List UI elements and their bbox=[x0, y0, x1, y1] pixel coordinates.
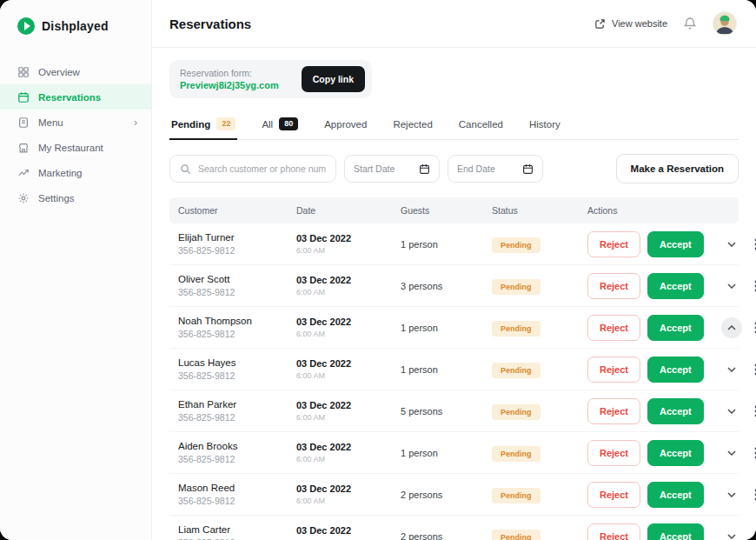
accept-button[interactable]: Accept bbox=[647, 273, 704, 299]
row-menu-button[interactable] bbox=[747, 443, 756, 463]
row-menu-button[interactable] bbox=[747, 317, 756, 338]
reject-button[interactable]: Reject bbox=[587, 273, 640, 299]
chevron-down-icon bbox=[727, 242, 736, 247]
tab-label: Pending bbox=[171, 119, 210, 130]
sidebar-item-reservations[interactable]: Reservations bbox=[0, 84, 151, 110]
reject-button[interactable]: Reject bbox=[587, 482, 640, 508]
row-menu-button[interactable] bbox=[747, 276, 756, 297]
customer-cell: Elijah Turner 356-825-9812 bbox=[178, 232, 296, 256]
reject-button[interactable]: Reject bbox=[587, 398, 640, 424]
customer-name: Elijah Turner bbox=[178, 232, 296, 243]
expand-button[interactable] bbox=[721, 526, 742, 540]
expand-button[interactable] bbox=[721, 359, 742, 380]
column-header-date: Date bbox=[296, 205, 401, 216]
brand-name: Dishplayed bbox=[42, 19, 109, 33]
sidebar-item-menu[interactable]: Menu › bbox=[0, 110, 151, 135]
customer-cell: Oliver Scott 356-825-9812 bbox=[178, 274, 296, 297]
sidebar-item-settings[interactable]: Settings bbox=[0, 185, 151, 210]
make-reservation-button[interactable]: Make a Reservation bbox=[616, 154, 739, 183]
actions-cell: Reject Accept bbox=[587, 482, 756, 508]
customer-cell: Aiden Brooks 356-825-9812 bbox=[178, 441, 296, 464]
view-website-link[interactable]: View website bbox=[594, 18, 667, 30]
accept-button[interactable]: Accept bbox=[647, 523, 704, 540]
customer-phone: 356-825-9812 bbox=[178, 329, 296, 339]
guests-count: 1 person bbox=[401, 364, 492, 375]
accept-button[interactable]: Accept bbox=[647, 398, 704, 424]
end-date-input[interactable] bbox=[457, 163, 517, 174]
tab-rejected[interactable]: Rejected bbox=[391, 110, 434, 139]
row-menu-button[interactable] bbox=[747, 401, 756, 422]
expand-button[interactable] bbox=[721, 401, 742, 422]
tab-pending[interactable]: Pending 22 bbox=[169, 110, 237, 139]
table-row: Lucas Hayes 356-825-9812 03 Dec 2022 6:0… bbox=[169, 349, 739, 390]
reservation-time: 6:00 AM bbox=[296, 288, 401, 297]
tab-all[interactable]: All 80 bbox=[260, 110, 300, 139]
expand-button[interactable] bbox=[721, 276, 742, 297]
customer-cell: Mason Reed 356-825-9812 bbox=[178, 483, 296, 506]
customer-phone: 356-825-9812 bbox=[178, 245, 296, 256]
expand-button[interactable] bbox=[721, 443, 742, 463]
sidebar-item-marketing[interactable]: Marketing bbox=[0, 160, 151, 185]
topbar-actions: View website bbox=[594, 11, 737, 36]
reject-button[interactable]: Reject bbox=[587, 523, 640, 540]
row-menu-button[interactable] bbox=[747, 234, 756, 255]
chevron-down-icon bbox=[727, 367, 736, 372]
actions-cell: Reject Accept bbox=[587, 398, 756, 424]
date-cell: 03 Dec 2022 6:00 AM bbox=[296, 400, 401, 422]
chevron-down-icon bbox=[727, 409, 736, 414]
sidebar-item-overview[interactable]: Overview bbox=[0, 59, 151, 84]
customer-name: Noah Thompson bbox=[178, 316, 296, 326]
customer-name: Mason Reed bbox=[178, 483, 296, 493]
column-header-status: Status bbox=[492, 205, 587, 216]
actions-cell: Reject Accept bbox=[587, 523, 756, 540]
expand-button[interactable] bbox=[721, 317, 742, 338]
accept-button[interactable]: Accept bbox=[647, 440, 704, 466]
reject-button[interactable]: Reject bbox=[587, 440, 640, 466]
tab-label: All bbox=[262, 119, 273, 130]
main-area: Reservations View website Reservation fo… bbox=[152, 0, 756, 540]
customer-name: Oliver Scott bbox=[178, 274, 296, 284]
tab-all-badge: 80 bbox=[279, 117, 298, 130]
start-date-input[interactable] bbox=[354, 163, 414, 174]
reservation-date: 03 Dec 2022 bbox=[296, 275, 401, 285]
sidebar-item-label: Menu bbox=[38, 117, 63, 128]
row-menu-button[interactable] bbox=[747, 359, 756, 380]
reservation-time: 6:00 AM bbox=[296, 455, 401, 463]
tab-label: Approved bbox=[324, 119, 367, 130]
row-menu-button[interactable] bbox=[747, 526, 756, 540]
avatar[interactable] bbox=[713, 11, 737, 36]
tab-cancelled[interactable]: Cancelled bbox=[457, 110, 505, 139]
accept-button[interactable]: Accept bbox=[647, 231, 704, 257]
guests-count: 1 person bbox=[401, 448, 492, 458]
accept-button[interactable]: Accept bbox=[647, 482, 704, 508]
tab-history[interactable]: History bbox=[527, 110, 562, 139]
accept-button[interactable]: Accept bbox=[647, 357, 704, 383]
tab-approved[interactable]: Approved bbox=[322, 110, 368, 139]
notifications-button[interactable] bbox=[683, 17, 697, 30]
overview-icon bbox=[17, 66, 30, 78]
table-header: Customer Date Guests Status Actions bbox=[169, 197, 739, 223]
guests-count: 2 persons bbox=[401, 490, 492, 500]
reservation-date: 03 Dec 2022 bbox=[296, 483, 401, 494]
search-input[interactable] bbox=[198, 163, 326, 174]
status-cell: Pending bbox=[492, 361, 587, 378]
reservation-date: 03 Dec 2022 bbox=[296, 358, 401, 369]
customer-phone: 356-825-9812 bbox=[178, 370, 296, 381]
search-box[interactable] bbox=[169, 155, 336, 183]
reservation-form-banner: Reservation form: Previewj8i2j35yg.com C… bbox=[169, 60, 372, 98]
expand-button[interactable] bbox=[721, 484, 742, 505]
reject-button[interactable]: Reject bbox=[587, 231, 640, 257]
reject-button[interactable]: Reject bbox=[587, 357, 640, 383]
accept-button[interactable]: Accept bbox=[647, 315, 704, 341]
marketing-icon bbox=[17, 167, 30, 179]
copy-link-button[interactable]: Copy link bbox=[302, 66, 365, 92]
start-date-box[interactable] bbox=[344, 155, 440, 183]
reservations-table-body: Elijah Turner 356-825-9812 03 Dec 2022 6… bbox=[169, 223, 739, 540]
end-date-box[interactable] bbox=[448, 155, 543, 183]
expand-button[interactable] bbox=[721, 234, 742, 255]
sidebar-item-my-restaurant[interactable]: My Restaurant bbox=[0, 135, 151, 160]
row-menu-button[interactable] bbox=[747, 484, 756, 505]
guests-count: 3 persons bbox=[401, 281, 492, 291]
reject-button[interactable]: Reject bbox=[587, 315, 640, 341]
reservation-form-link[interactable]: Previewj8i2j35yg.com bbox=[180, 80, 279, 90]
